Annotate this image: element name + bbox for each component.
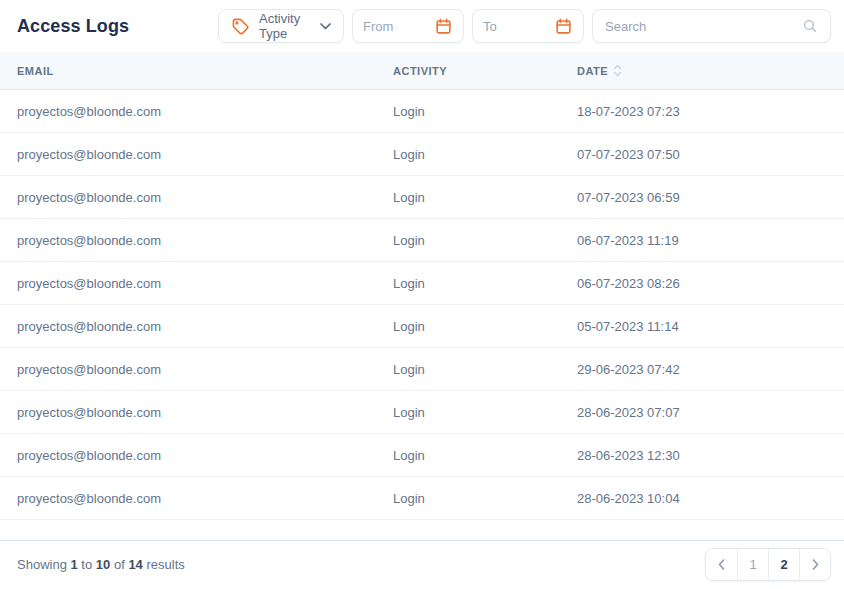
cell-activity: Login — [393, 104, 577, 119]
table-row: proyectos@bloonde.com Login 28-06-2023 1… — [0, 434, 844, 477]
cell-email: proyectos@bloonde.com — [17, 233, 393, 248]
table-spacer — [0, 520, 844, 540]
chevron-left-icon — [718, 559, 725, 570]
column-header-email-label: EMAIL — [17, 65, 54, 77]
to-word: to — [81, 557, 92, 572]
cell-date: 07-07-2023 06:59 — [577, 190, 844, 205]
calendar-icon[interactable] — [434, 17, 453, 36]
column-header-email: EMAIL — [17, 65, 393, 77]
table-row: proyectos@bloonde.com Login 29-06-2023 0… — [0, 348, 844, 391]
column-header-date[interactable]: DATE — [577, 64, 844, 77]
cell-activity: Login — [393, 276, 577, 291]
search-icon — [802, 18, 818, 34]
cell-date: 29-06-2023 07:42 — [577, 362, 844, 377]
cell-activity: Login — [393, 448, 577, 463]
cell-date: 05-07-2023 11:14 — [577, 319, 844, 334]
pagination-page-1-button[interactable]: 1 — [737, 549, 768, 580]
activity-type-label: Activity Type — [259, 11, 311, 41]
date-to-field[interactable] — [472, 9, 584, 43]
table-row: proyectos@bloonde.com Login 28-06-2023 0… — [0, 391, 844, 434]
cell-date: 06-07-2023 08:26 — [577, 276, 844, 291]
cell-date: 28-06-2023 12:30 — [577, 448, 844, 463]
cell-activity: Login — [393, 319, 577, 334]
showing-word: Showing — [17, 557, 67, 572]
search-field[interactable] — [592, 9, 831, 43]
date-to-input[interactable] — [483, 19, 548, 34]
tag-icon — [231, 17, 250, 36]
cell-email: proyectos@bloonde.com — [17, 405, 393, 420]
cell-date: 06-07-2023 11:19 — [577, 233, 844, 248]
table-footer: Showing 1 to 10 of 14 results 1 2 — [0, 540, 844, 588]
cell-email: proyectos@bloonde.com — [17, 190, 393, 205]
chevron-right-icon — [812, 559, 819, 570]
cell-activity: Login — [393, 362, 577, 377]
calendar-icon[interactable] — [554, 17, 573, 36]
table-body: proyectos@bloonde.com Login 18-07-2023 0… — [0, 90, 844, 540]
page-title: Access Logs — [17, 16, 129, 37]
column-header-date-label: DATE — [577, 65, 608, 77]
table-row: proyectos@bloonde.com Login 06-07-2023 1… — [0, 219, 844, 262]
cell-date: 28-06-2023 10:04 — [577, 491, 844, 506]
date-from-input[interactable] — [363, 19, 428, 34]
chevron-down-icon — [320, 23, 331, 30]
cell-activity: Login — [393, 147, 577, 162]
results-summary: Showing 1 to 10 of 14 results — [17, 557, 185, 572]
showing-from: 1 — [71, 557, 78, 572]
sort-updown-icon[interactable] — [613, 64, 622, 77]
cell-date: 28-06-2023 07:07 — [577, 405, 844, 420]
date-from-field[interactable] — [352, 9, 464, 43]
results-word: results — [146, 557, 184, 572]
table-row: proyectos@bloonde.com Login 18-07-2023 0… — [0, 90, 844, 133]
showing-to: 10 — [96, 557, 110, 572]
of-word: of — [114, 557, 125, 572]
cell-activity: Login — [393, 233, 577, 248]
cell-email: proyectos@bloonde.com — [17, 147, 393, 162]
table-header: EMAIL ACTIVITY DATE — [0, 52, 844, 90]
cell-email: proyectos@bloonde.com — [17, 491, 393, 506]
table-row: proyectos@bloonde.com Login 05-07-2023 1… — [0, 305, 844, 348]
cell-email: proyectos@bloonde.com — [17, 104, 393, 119]
cell-activity: Login — [393, 405, 577, 420]
cell-date: 18-07-2023 07:23 — [577, 104, 844, 119]
pagination-page-2-button[interactable]: 2 — [768, 549, 799, 580]
cell-activity: Login — [393, 491, 577, 506]
activity-type-dropdown[interactable]: Activity Type — [218, 9, 344, 43]
cell-date: 07-07-2023 07:50 — [577, 147, 844, 162]
pagination-prev-button[interactable] — [706, 549, 737, 580]
cell-email: proyectos@bloonde.com — [17, 448, 393, 463]
pagination: 1 2 — [705, 548, 831, 581]
search-input[interactable] — [605, 19, 794, 34]
cell-email: proyectos@bloonde.com — [17, 276, 393, 291]
table-row: proyectos@bloonde.com Login 07-07-2023 0… — [0, 176, 844, 219]
showing-total: 14 — [128, 557, 142, 572]
filter-bar: Activity Type — [218, 9, 831, 43]
pagination-next-button[interactable] — [799, 549, 830, 580]
column-header-activity: ACTIVITY — [393, 65, 577, 77]
cell-email: proyectos@bloonde.com — [17, 319, 393, 334]
table-row: proyectos@bloonde.com Login 07-07-2023 0… — [0, 133, 844, 176]
cell-activity: Login — [393, 190, 577, 205]
access-logs-page: Access Logs Activity Type — [0, 0, 844, 589]
cell-email: proyectos@bloonde.com — [17, 362, 393, 377]
table-row: proyectos@bloonde.com Login 06-07-2023 0… — [0, 262, 844, 305]
column-header-activity-label: ACTIVITY — [393, 65, 447, 77]
topbar: Access Logs Activity Type — [0, 0, 844, 52]
table-row: proyectos@bloonde.com Login 28-06-2023 1… — [0, 477, 844, 520]
